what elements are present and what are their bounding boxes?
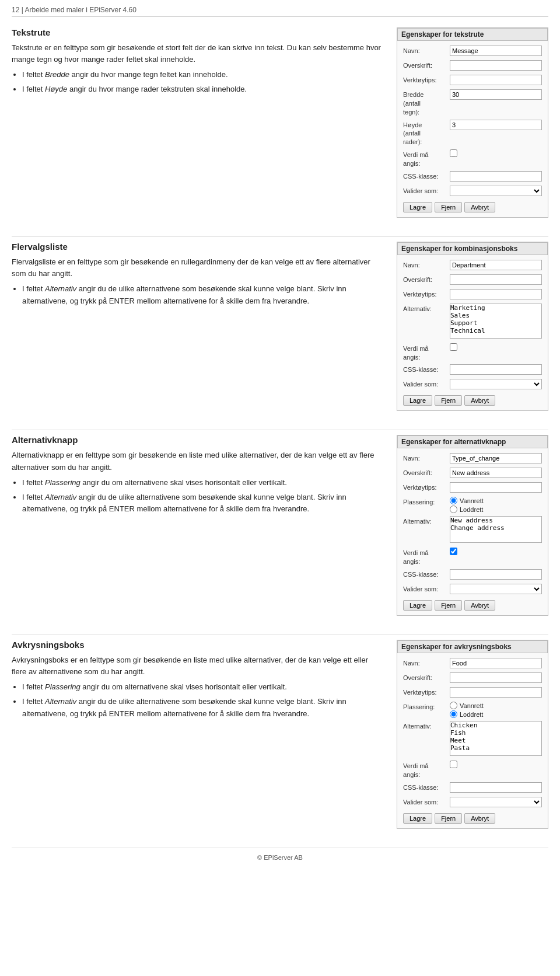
radio-option[interactable]: Vannrett (450, 702, 542, 709)
checkbox-input[interactable] (450, 343, 457, 351)
field-label: Plassering: (403, 497, 450, 507)
radio-input[interactable] (450, 702, 457, 709)
field-row: Verktøytips: (403, 482, 542, 494)
section-tekstrute: TekstruteTekstrute er en felttype som gi… (12, 27, 548, 218)
section-desc: Alternativknapp er en felttype som gir b… (12, 449, 383, 473)
page-header: 12 | Arbeide med maler i EPiServer 4.60 (12, 6, 548, 17)
section-desc: Avkrysningsboks er en felttype som gir b… (12, 654, 383, 678)
lagre-button[interactable]: Lagre (403, 813, 432, 824)
text-input[interactable] (450, 687, 542, 698)
panel-title: Egenskaper for alternativknapp (397, 435, 548, 448)
radio-option[interactable]: Loddrett (450, 710, 542, 718)
field-row: Alternativ: (403, 721, 542, 758)
field-control (450, 171, 542, 182)
field-row: Valider som: (403, 379, 542, 391)
field-control (450, 260, 542, 270)
field-label: Valider som: (403, 379, 450, 389)
section-title: Alternativknapp (12, 435, 383, 445)
lagre-button[interactable]: Lagre (403, 202, 432, 212)
radio-input[interactable] (450, 710, 457, 718)
page-footer: © EPiServer AB (12, 848, 548, 861)
fjern-button[interactable]: Fjern (435, 395, 462, 406)
bullet-item: I feltet Alternativ angir du de ulike al… (22, 696, 383, 720)
field-label: CSS-klasse: (403, 569, 450, 579)
field-control (450, 149, 542, 159)
field-row: Navn: (403, 658, 542, 670)
text-input[interactable] (450, 171, 542, 182)
bullet-item: I feltet Alternativ angir du de ulike al… (22, 283, 383, 308)
text-input[interactable] (450, 75, 542, 85)
field-label: Verktøytips: (403, 75, 450, 85)
field-label: Verktøytips: (403, 687, 450, 697)
text-input[interactable] (450, 658, 542, 668)
field-control (450, 289, 542, 299)
text-input[interactable] (450, 120, 542, 130)
textarea-input[interactable] (450, 516, 542, 543)
field-label: Valider som: (403, 186, 450, 196)
checkbox-input[interactable] (450, 761, 457, 768)
text-input[interactable] (450, 289, 542, 299)
field-row: Verdi må angis: (403, 149, 542, 168)
avbryt-button[interactable]: Avbryt (464, 813, 495, 824)
field-control (450, 120, 542, 130)
text-input[interactable] (450, 453, 542, 463)
text-input[interactable] (450, 672, 542, 683)
section-title: Tekstrute (12, 27, 383, 37)
avbryt-button[interactable]: Avbryt (464, 395, 495, 406)
section-avkrysningsboks: AvkrysningsboksAvkrysningsboks er en fel… (12, 640, 548, 829)
field-control: VannrettLoddrett (450, 497, 542, 513)
text-input[interactable] (450, 260, 542, 270)
field-label: Navn: (403, 658, 450, 668)
radio-label: Vannrett (460, 497, 484, 504)
section-bullets: I feltet Bredde angir du hvor mange tegn… (12, 69, 383, 96)
checkbox-input[interactable] (450, 548, 457, 555)
panel-title: Egenskaper for kombinasjonsboks (397, 242, 548, 255)
text-input[interactable] (450, 46, 542, 56)
section-text-flervalgsliste: FlervalgslisteFlervalgsliste er en feltt… (12, 242, 383, 412)
select-input[interactable] (450, 584, 542, 594)
text-input[interactable] (450, 482, 542, 493)
lagre-button[interactable]: Lagre (403, 395, 432, 406)
lagre-button[interactable]: Lagre (403, 600, 432, 611)
text-input[interactable] (450, 468, 542, 478)
bullet-item: I feltet Høyde angir du hvor mange rader… (22, 83, 383, 96)
text-input[interactable] (450, 364, 542, 375)
textarea-input[interactable] (450, 304, 542, 339)
text-input[interactable] (450, 60, 542, 71)
field-label: Verktøytips: (403, 289, 450, 299)
avbryt-button[interactable]: Avbryt (464, 202, 495, 212)
panel-buttons: LagreFjernAvbryt (403, 202, 542, 212)
field-label: Overskrift: (403, 468, 450, 477)
fjern-button[interactable]: Fjern (435, 600, 462, 611)
properties-panel: Egenskaper for alternativknappNavn:Overs… (397, 435, 548, 616)
checkbox-input[interactable] (450, 149, 457, 157)
field-row: Overskrift: (403, 274, 542, 286)
field-row: Verdi må angis: (403, 548, 542, 566)
section-flervalgsliste: FlervalgslisteFlervalgsliste er en feltt… (12, 242, 548, 412)
radio-option[interactable]: Vannrett (450, 497, 542, 504)
fjern-button[interactable]: Fjern (435, 813, 462, 824)
field-row: Alternativ: (403, 516, 542, 545)
field-label: Verdi må angis: (403, 149, 450, 168)
text-input[interactable] (450, 274, 542, 285)
avbryt-button[interactable]: Avbryt (464, 600, 495, 611)
section-bullets: I feltet Alternativ angir du de ulike al… (12, 283, 383, 308)
fjern-button[interactable]: Fjern (435, 202, 462, 212)
select-input[interactable] (450, 797, 542, 807)
text-input[interactable] (450, 89, 542, 100)
select-input[interactable] (450, 379, 542, 389)
field-control (450, 584, 542, 594)
radio-input[interactable] (450, 497, 457, 504)
text-input[interactable] (450, 782, 542, 793)
textarea-input[interactable] (450, 721, 542, 756)
field-label: Bredde (antall tegn): (403, 89, 450, 117)
field-control (450, 658, 542, 668)
radio-input[interactable] (450, 506, 457, 513)
text-input[interactable] (450, 569, 542, 580)
field-control (450, 482, 542, 493)
select-input[interactable] (450, 186, 542, 196)
panel-buttons: LagreFjernAvbryt (403, 600, 542, 611)
field-control (450, 46, 542, 56)
radio-option[interactable]: Loddrett (450, 506, 542, 513)
field-row: Alternativ: (403, 304, 542, 340)
